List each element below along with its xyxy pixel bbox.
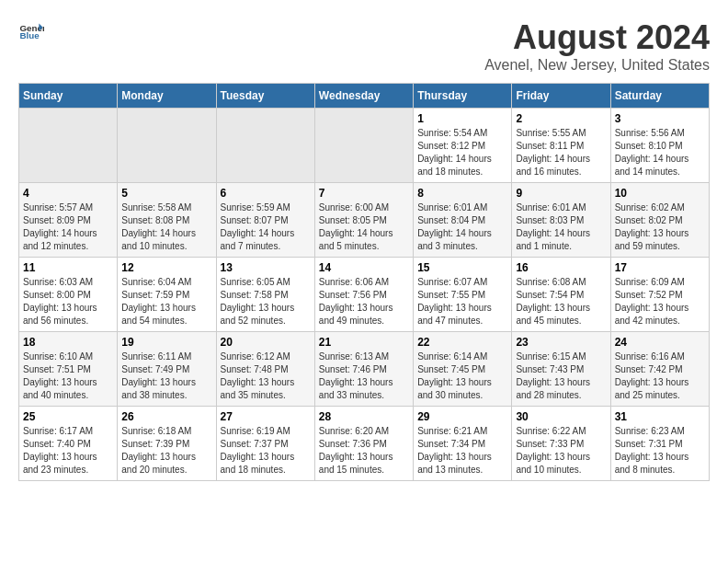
day-info: Sunrise: 6:13 AM Sunset: 7:46 PM Dayligh…: [319, 350, 409, 402]
calendar-day-cell: [216, 109, 314, 183]
calendar-day-header: Thursday: [414, 84, 512, 109]
day-number: 7: [319, 187, 409, 200]
day-number: 11: [23, 261, 113, 274]
calendar-day-cell: 13Sunrise: 6:05 AM Sunset: 7:58 PM Dayli…: [216, 258, 314, 332]
calendar-day-cell: 29Sunrise: 6:21 AM Sunset: 7:34 PM Dayli…: [414, 407, 512, 481]
day-number: 6: [221, 187, 311, 200]
calendar-day-cell: 12Sunrise: 6:04 AM Sunset: 7:59 PM Dayli…: [118, 258, 216, 332]
calendar-day-cell: 30Sunrise: 6:22 AM Sunset: 7:33 PM Dayli…: [512, 407, 610, 481]
day-number: 15: [417, 261, 507, 274]
title-block: August 2024 Avenel, New Jersey, United S…: [484, 18, 710, 74]
day-number: 3: [615, 112, 705, 125]
day-info: Sunrise: 6:11 AM Sunset: 7:49 PM Dayligh…: [121, 350, 211, 402]
calendar-day-cell: 19Sunrise: 6:11 AM Sunset: 7:49 PM Dayli…: [118, 332, 216, 407]
day-info: Sunrise: 5:58 AM Sunset: 8:08 PM Dayligh…: [121, 201, 211, 253]
day-info: Sunrise: 6:03 AM Sunset: 8:00 PM Dayligh…: [23, 276, 113, 327]
day-info: Sunrise: 6:22 AM Sunset: 7:33 PM Dayligh…: [516, 425, 606, 477]
calendar-day-cell: 14Sunrise: 6:06 AM Sunset: 7:56 PM Dayli…: [314, 258, 413, 332]
calendar-day-cell: 20Sunrise: 6:12 AM Sunset: 7:48 PM Dayli…: [216, 332, 314, 407]
main-title: August 2024: [484, 18, 710, 57]
svg-text:Blue: Blue: [19, 30, 40, 40]
day-info: Sunrise: 6:17 AM Sunset: 7:40 PM Dayligh…: [23, 425, 113, 477]
logo: General Blue: [18, 18, 44, 44]
calendar-week-row: 18Sunrise: 6:10 AM Sunset: 7:51 PM Dayli…: [19, 332, 710, 407]
day-info: Sunrise: 5:54 AM Sunset: 8:12 PM Dayligh…: [417, 127, 507, 178]
calendar-day-cell: 18Sunrise: 6:10 AM Sunset: 7:51 PM Dayli…: [19, 332, 118, 407]
calendar-day-cell: 1Sunrise: 5:54 AM Sunset: 8:12 PM Daylig…: [414, 109, 512, 183]
day-number: 14: [319, 261, 409, 274]
day-number: 2: [516, 112, 606, 125]
calendar-day-header: Saturday: [610, 84, 709, 109]
day-number: 10: [615, 187, 705, 200]
calendar-header-row: SundayMondayTuesdayWednesdayThursdayFrid…: [19, 84, 710, 109]
calendar-day-cell: 25Sunrise: 6:17 AM Sunset: 7:40 PM Dayli…: [19, 407, 118, 481]
day-info: Sunrise: 6:09 AM Sunset: 7:52 PM Dayligh…: [615, 276, 705, 327]
calendar-day-cell: 26Sunrise: 6:18 AM Sunset: 7:39 PM Dayli…: [118, 407, 216, 481]
day-info: Sunrise: 6:07 AM Sunset: 7:55 PM Dayligh…: [417, 276, 507, 327]
calendar-day-cell: 7Sunrise: 6:00 AM Sunset: 8:05 PM Daylig…: [314, 183, 413, 258]
calendar-week-row: 4Sunrise: 5:57 AM Sunset: 8:09 PM Daylig…: [19, 183, 710, 258]
day-info: Sunrise: 6:23 AM Sunset: 7:31 PM Dayligh…: [615, 425, 705, 477]
calendar-day-cell: 17Sunrise: 6:09 AM Sunset: 7:52 PM Dayli…: [610, 258, 709, 332]
calendar-day-cell: 21Sunrise: 6:13 AM Sunset: 7:46 PM Dayli…: [314, 332, 413, 407]
day-number: 5: [121, 187, 211, 200]
day-info: Sunrise: 5:55 AM Sunset: 8:11 PM Dayligh…: [516, 127, 606, 178]
day-number: 13: [221, 261, 311, 274]
calendar-day-header: Friday: [512, 84, 610, 109]
calendar-day-cell: 10Sunrise: 6:02 AM Sunset: 8:02 PM Dayli…: [610, 183, 709, 258]
day-info: Sunrise: 6:04 AM Sunset: 7:59 PM Dayligh…: [121, 276, 211, 327]
day-number: 27: [221, 410, 311, 423]
calendar-day-cell: 8Sunrise: 6:01 AM Sunset: 8:04 PM Daylig…: [414, 183, 512, 258]
day-info: Sunrise: 6:02 AM Sunset: 8:02 PM Dayligh…: [615, 201, 705, 253]
calendar-day-cell: 31Sunrise: 6:23 AM Sunset: 7:31 PM Dayli…: [610, 407, 709, 481]
calendar-day-cell: 28Sunrise: 6:20 AM Sunset: 7:36 PM Dayli…: [314, 407, 413, 481]
calendar-day-cell: [314, 109, 413, 183]
day-number: 24: [615, 336, 705, 349]
day-info: Sunrise: 6:01 AM Sunset: 8:04 PM Dayligh…: [417, 201, 507, 253]
day-info: Sunrise: 6:20 AM Sunset: 7:36 PM Dayligh…: [319, 425, 409, 477]
calendar-week-row: 1Sunrise: 5:54 AM Sunset: 8:12 PM Daylig…: [19, 109, 710, 183]
day-info: Sunrise: 5:56 AM Sunset: 8:10 PM Dayligh…: [615, 127, 705, 178]
day-number: 23: [516, 336, 606, 349]
day-info: Sunrise: 6:10 AM Sunset: 7:51 PM Dayligh…: [23, 350, 113, 402]
day-info: Sunrise: 6:21 AM Sunset: 7:34 PM Dayligh…: [417, 425, 507, 477]
calendar-day-header: Monday: [118, 84, 216, 109]
calendar-day-header: Sunday: [19, 84, 118, 109]
calendar-day-cell: 4Sunrise: 5:57 AM Sunset: 8:09 PM Daylig…: [19, 183, 118, 258]
day-info: Sunrise: 6:14 AM Sunset: 7:45 PM Dayligh…: [417, 350, 507, 402]
calendar-day-header: Wednesday: [314, 84, 413, 109]
calendar-week-row: 11Sunrise: 6:03 AM Sunset: 8:00 PM Dayli…: [19, 258, 710, 332]
day-number: 8: [417, 187, 507, 200]
calendar-day-cell: 2Sunrise: 5:55 AM Sunset: 8:11 PM Daylig…: [512, 109, 610, 183]
day-info: Sunrise: 6:06 AM Sunset: 7:56 PM Dayligh…: [319, 276, 409, 327]
calendar-day-cell: 24Sunrise: 6:16 AM Sunset: 7:42 PM Dayli…: [610, 332, 709, 407]
calendar-day-cell: 6Sunrise: 5:59 AM Sunset: 8:07 PM Daylig…: [216, 183, 314, 258]
calendar-day-cell: 23Sunrise: 6:15 AM Sunset: 7:43 PM Dayli…: [512, 332, 610, 407]
day-info: Sunrise: 6:08 AM Sunset: 7:54 PM Dayligh…: [516, 276, 606, 327]
day-number: 29: [417, 410, 507, 423]
calendar-day-cell: [19, 109, 118, 183]
day-info: Sunrise: 6:05 AM Sunset: 7:58 PM Dayligh…: [221, 276, 311, 327]
calendar-day-cell: 5Sunrise: 5:58 AM Sunset: 8:08 PM Daylig…: [118, 183, 216, 258]
day-number: 18: [23, 336, 113, 349]
day-info: Sunrise: 6:16 AM Sunset: 7:42 PM Dayligh…: [615, 350, 705, 402]
day-number: 19: [121, 336, 211, 349]
day-number: 1: [417, 112, 507, 125]
day-info: Sunrise: 6:01 AM Sunset: 8:03 PM Dayligh…: [516, 201, 606, 253]
calendar-day-cell: 15Sunrise: 6:07 AM Sunset: 7:55 PM Dayli…: [414, 258, 512, 332]
calendar-day-cell: [118, 109, 216, 183]
day-number: 31: [615, 410, 705, 423]
day-number: 20: [221, 336, 311, 349]
day-info: Sunrise: 6:12 AM Sunset: 7:48 PM Dayligh…: [221, 350, 311, 402]
day-number: 12: [121, 261, 211, 274]
day-number: 17: [615, 261, 705, 274]
calendar-table: SundayMondayTuesdayWednesdayThursdayFrid…: [18, 83, 710, 481]
day-number: 30: [516, 410, 606, 423]
calendar-day-cell: 9Sunrise: 6:01 AM Sunset: 8:03 PM Daylig…: [512, 183, 610, 258]
day-number: 16: [516, 261, 606, 274]
logo-icon: General Blue: [18, 18, 44, 44]
day-info: Sunrise: 6:19 AM Sunset: 7:37 PM Dayligh…: [221, 425, 311, 477]
day-info: Sunrise: 5:57 AM Sunset: 8:09 PM Dayligh…: [23, 201, 113, 253]
calendar-day-cell: 16Sunrise: 6:08 AM Sunset: 7:54 PM Dayli…: [512, 258, 610, 332]
subtitle: Avenel, New Jersey, United States: [484, 57, 710, 74]
